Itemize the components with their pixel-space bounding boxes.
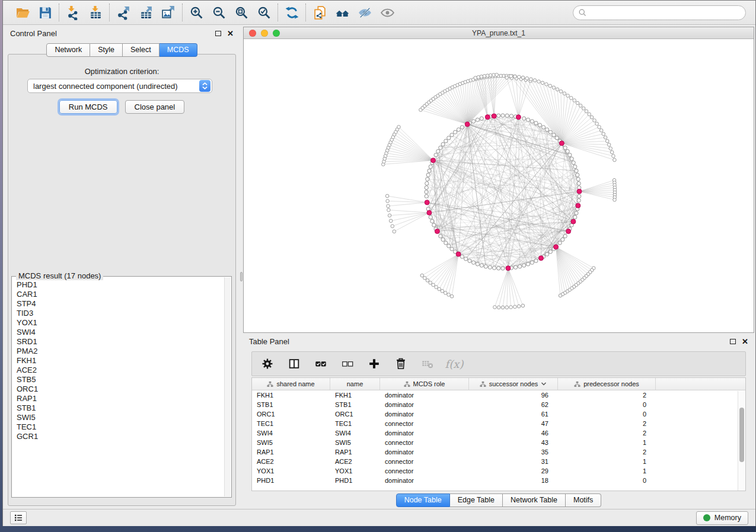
table-cell[interactable]: TEC1 (330, 419, 380, 428)
table-cell[interactable]: dominator (380, 400, 469, 409)
network-hub-node[interactable] (465, 122, 470, 127)
table-row[interactable]: STB1STB1dominator620 (252, 400, 745, 409)
import-table-icon[interactable] (88, 5, 103, 20)
table-cell[interactable]: connector (380, 419, 469, 428)
mcds-result-item[interactable]: SRD1 (17, 337, 224, 347)
mcds-result-item[interactable]: STB5 (17, 375, 224, 384)
table-tab-motifs[interactable]: Motifs (566, 493, 601, 507)
table-row[interactable]: SWI5SWI5connector431 (252, 438, 745, 447)
mcds-result-scrollbar[interactable] (224, 277, 231, 496)
network-canvas[interactable] (244, 39, 754, 332)
table-cell[interactable]: PHD1 (252, 476, 330, 485)
network-hub-node[interactable] (427, 210, 432, 215)
table-scrollbar[interactable] (738, 391, 745, 491)
table-tab-node-table[interactable]: Node Table (396, 493, 450, 507)
close-table-panel-icon[interactable]: ✕ (742, 338, 748, 345)
table-tab-network-table[interactable]: Network Table (503, 493, 566, 507)
table-cell[interactable]: 1 (558, 466, 656, 476)
select-all-icon[interactable] (314, 357, 328, 371)
table-cell[interactable]: 1 (558, 438, 656, 447)
table-cell[interactable]: STB1 (252, 400, 330, 409)
table-cell[interactable]: SWI5 (330, 438, 380, 447)
tab-mcds[interactable]: MCDS (160, 43, 197, 57)
mcds-result-item[interactable]: RAP1 (17, 394, 224, 403)
table-cell[interactable]: SWI4 (252, 428, 330, 438)
first-neighbors-icon[interactable] (334, 5, 350, 20)
table-row[interactable]: FKH1FKH1dominator962 (252, 390, 745, 400)
deselect-all-icon[interactable] (340, 357, 355, 371)
network-hub-node[interactable] (554, 245, 559, 249)
mcds-result-item[interactable]: YOX1 (17, 318, 224, 328)
table-cell[interactable]: TEC1 (252, 419, 330, 428)
table-cell[interactable]: 29 (469, 466, 558, 476)
mcds-result-item[interactable]: CAR1 (17, 290, 224, 299)
mcds-result-item[interactable]: PHD1 (17, 280, 224, 290)
run-mcds-button[interactable]: Run MCDS (59, 100, 117, 114)
table-cell[interactable]: STB1 (330, 400, 380, 409)
table-cell[interactable]: FKH1 (330, 390, 380, 400)
table-cell[interactable]: ACE2 (252, 457, 330, 466)
mcds-result-item[interactable]: SWI4 (17, 328, 224, 337)
network-hub-node[interactable] (571, 219, 576, 224)
zoom-selected-icon[interactable] (256, 5, 272, 20)
table-cell[interactable]: SWI4 (330, 428, 380, 438)
table-cell[interactable]: 31 (469, 457, 558, 466)
table-cell[interactable]: dominator (380, 476, 469, 485)
table-cell[interactable]: PHD1 (330, 476, 380, 485)
table-cell[interactable]: 0 (558, 400, 656, 409)
table-cell[interactable]: RAP1 (252, 447, 330, 457)
show-all-icon[interactable] (379, 5, 395, 20)
float-table-panel-icon[interactable] (730, 339, 736, 344)
split-columns-icon[interactable] (287, 357, 301, 371)
table-row[interactable]: SWI4SWI4dominator462 (252, 428, 745, 438)
table-cell[interactable]: connector (380, 466, 469, 476)
mcds-result-item[interactable]: SWI5 (17, 413, 224, 422)
duplicate-network-icon[interactable] (312, 5, 327, 20)
tab-select[interactable]: Select (123, 43, 160, 57)
network-hub-node[interactable] (577, 189, 582, 194)
gear-icon[interactable] (260, 357, 275, 371)
delete-icon[interactable] (394, 357, 408, 371)
splitter-grip[interactable] (240, 272, 243, 281)
table-cell[interactable]: 2 (558, 419, 656, 428)
table-cell[interactable]: 43 (469, 438, 558, 447)
network-hub-node[interactable] (566, 229, 571, 233)
mcds-result-item[interactable]: TID3 (17, 309, 224, 318)
table-cell[interactable]: 96 (469, 390, 558, 400)
column-header-MCDS-role[interactable]: MCDS role (380, 378, 469, 390)
table-cell[interactable]: RAP1 (330, 447, 380, 457)
table-cell[interactable]: 61 (469, 409, 558, 419)
close-panel-button[interactable]: Close panel (125, 100, 185, 114)
network-hub-node[interactable] (485, 115, 490, 120)
save-session-icon[interactable] (37, 5, 53, 20)
table-cell[interactable]: 0 (558, 409, 656, 419)
column-header-successor-nodes[interactable]: successor nodes (469, 378, 558, 390)
zoom-fit-icon[interactable] (234, 5, 249, 20)
table-cell[interactable]: dominator (380, 428, 469, 438)
column-header-predecessor-nodes[interactable]: predecessor nodes (558, 378, 656, 390)
hide-selected-icon[interactable] (357, 5, 372, 20)
criterion-dropdown[interactable]: largest connected component (undirected) (27, 79, 212, 93)
table-cell[interactable]: connector (380, 438, 469, 447)
network-hub-node[interactable] (456, 252, 461, 257)
table-cell[interactable]: 0 (558, 476, 656, 485)
table-scrollbar-thumb[interactable] (739, 408, 744, 462)
table-cell[interactable]: YOX1 (252, 466, 330, 476)
network-hub-node[interactable] (435, 229, 439, 233)
table-row[interactable]: PHD1PHD1dominator180 (252, 476, 745, 485)
column-header-shared-name[interactable]: shared name (252, 378, 330, 390)
network-hub-node[interactable] (559, 141, 564, 146)
network-hub-node[interactable] (425, 200, 429, 205)
table-cell[interactable]: 2 (558, 390, 656, 400)
table-cell[interactable]: ACE2 (330, 457, 380, 466)
table-cell[interactable]: dominator (380, 390, 469, 400)
tab-network[interactable]: Network (46, 43, 90, 57)
network-hub-node[interactable] (516, 115, 521, 120)
column-header-name[interactable]: name (330, 378, 380, 390)
table-cell[interactable]: ORC1 (252, 409, 330, 419)
table-row[interactable]: YOX1YOX1connector291 (252, 466, 745, 476)
tab-style[interactable]: Style (90, 43, 123, 57)
mcds-result-item[interactable]: ACE2 (17, 366, 224, 375)
mcds-result-item[interactable]: STB1 (17, 403, 224, 413)
table-cell[interactable]: dominator (380, 409, 469, 419)
